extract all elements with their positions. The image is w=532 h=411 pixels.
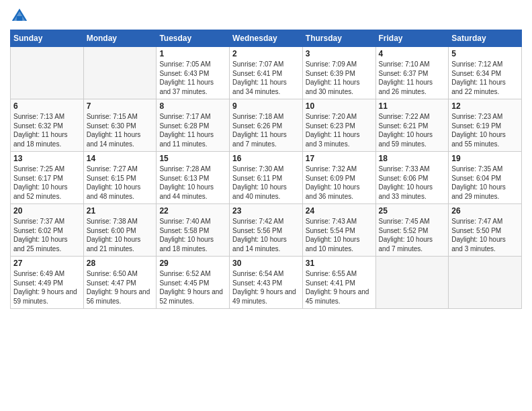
day-number: 1: [159, 49, 226, 58]
cell-info: Sunrise: 7:12 AMSunset: 6:34 PMDaylight:…: [451, 60, 519, 96]
calendar-cell: 26Sunrise: 7:47 AMSunset: 5:50 PMDayligh…: [449, 204, 522, 257]
day-number: 13: [13, 154, 81, 163]
day-number: 23: [232, 206, 300, 216]
calendar-cell: 10Sunrise: 7:20 AMSunset: 6:23 PMDayligh…: [302, 99, 375, 152]
calendar-cell: 22Sunrise: 7:40 AMSunset: 5:58 PMDayligh…: [157, 204, 230, 257]
cell-info: Sunrise: 7:32 AMSunset: 6:09 PMDaylight:…: [306, 165, 373, 201]
day-number: 18: [379, 154, 446, 163]
calendar-cell: 24Sunrise: 7:43 AMSunset: 5:54 PMDayligh…: [302, 204, 375, 257]
calendar-cell: [449, 257, 522, 309]
calendar-week-row-5: 27Sunrise: 6:49 AMSunset: 4:49 PMDayligh…: [11, 257, 522, 309]
calendar-cell: 4Sunrise: 7:10 AMSunset: 6:37 PMDaylight…: [375, 47, 449, 99]
logo-icon: [10, 7, 29, 26]
calendar-cell: 9Sunrise: 7:18 AMSunset: 6:26 PMDaylight…: [230, 99, 303, 152]
day-number: 19: [451, 154, 519, 163]
day-number: 8: [159, 101, 226, 111]
cell-info: Sunrise: 7:22 AMSunset: 6:21 PMDaylight:…: [379, 112, 446, 148]
calendar-cell: 1Sunrise: 7:05 AMSunset: 6:43 PMDaylight…: [157, 47, 230, 99]
day-number: 15: [159, 154, 226, 163]
calendar-cell: 11Sunrise: 7:22 AMSunset: 6:21 PMDayligh…: [375, 99, 449, 152]
weekday-header-friday: Friday: [375, 30, 449, 47]
calendar-week-row-2: 6Sunrise: 7:13 AMSunset: 6:32 PMDaylight…: [11, 99, 522, 152]
calendar-cell: 7Sunrise: 7:15 AMSunset: 6:30 PMDaylight…: [83, 99, 157, 152]
calendar-cell: [375, 257, 449, 309]
calendar-table: SundayMondayTuesdayWednesdayThursdayFrid…: [10, 30, 522, 309]
calendar-cell: 21Sunrise: 7:38 AMSunset: 6:00 PMDayligh…: [83, 204, 157, 257]
cell-info: Sunrise: 7:43 AMSunset: 5:54 PMDaylight:…: [306, 217, 373, 253]
weekday-header-monday: Monday: [83, 30, 157, 47]
calendar-cell: [11, 47, 84, 99]
cell-info: Sunrise: 7:05 AMSunset: 6:43 PMDaylight:…: [159, 60, 226, 96]
day-number: 28: [87, 259, 154, 268]
day-number: 17: [306, 154, 373, 163]
cell-info: Sunrise: 7:23 AMSunset: 6:19 PMDaylight:…: [451, 112, 519, 148]
day-number: 16: [232, 154, 300, 163]
weekday-header-row: SundayMondayTuesdayWednesdayThursdayFrid…: [11, 30, 522, 47]
weekday-header-sunday: Sunday: [11, 30, 84, 47]
cell-info: Sunrise: 7:25 AMSunset: 6:17 PMDaylight:…: [13, 165, 81, 201]
cell-info: Sunrise: 7:38 AMSunset: 6:00 PMDaylight:…: [87, 217, 154, 253]
cell-info: Sunrise: 7:28 AMSunset: 6:13 PMDaylight:…: [159, 165, 226, 201]
day-number: 27: [13, 259, 81, 268]
day-number: 5: [451, 49, 519, 58]
weekday-header-saturday: Saturday: [449, 30, 522, 47]
cell-info: Sunrise: 7:18 AMSunset: 6:26 PMDaylight:…: [232, 112, 300, 148]
day-number: 9: [232, 101, 300, 111]
day-number: 31: [306, 259, 373, 268]
calendar-cell: 29Sunrise: 6:52 AMSunset: 4:45 PMDayligh…: [157, 257, 230, 309]
cell-info: Sunrise: 6:54 AMSunset: 4:43 PMDaylight:…: [232, 269, 300, 306]
calendar-cell: 5Sunrise: 7:12 AMSunset: 6:34 PMDaylight…: [449, 47, 522, 99]
day-number: 10: [306, 101, 373, 111]
calendar-cell: 16Sunrise: 7:30 AMSunset: 6:11 PMDayligh…: [230, 152, 303, 204]
day-number: 22: [159, 206, 226, 216]
cell-info: Sunrise: 7:10 AMSunset: 6:37 PMDaylight:…: [379, 60, 446, 96]
day-number: 20: [13, 206, 81, 216]
calendar-cell: 18Sunrise: 7:33 AMSunset: 6:06 PMDayligh…: [375, 152, 449, 204]
day-number: 21: [87, 206, 154, 216]
weekday-header-tuesday: Tuesday: [157, 30, 230, 47]
day-number: 25: [379, 206, 446, 216]
calendar-cell: 15Sunrise: 7:28 AMSunset: 6:13 PMDayligh…: [157, 152, 230, 204]
day-number: 2: [232, 49, 300, 58]
day-number: 29: [159, 259, 226, 268]
day-number: 11: [379, 101, 446, 111]
cell-info: Sunrise: 6:50 AMSunset: 4:47 PMDaylight:…: [87, 269, 154, 306]
calendar-cell: 28Sunrise: 6:50 AMSunset: 4:47 PMDayligh…: [83, 257, 157, 309]
calendar-cell: 13Sunrise: 7:25 AMSunset: 6:17 PMDayligh…: [11, 152, 84, 204]
weekday-header-wednesday: Wednesday: [230, 30, 303, 47]
svg-rect-2: [17, 16, 22, 21]
day-number: 6: [13, 101, 81, 111]
cell-info: Sunrise: 7:40 AMSunset: 5:58 PMDaylight:…: [159, 217, 226, 253]
cell-info: Sunrise: 7:07 AMSunset: 6:41 PMDaylight:…: [232, 60, 300, 96]
cell-info: Sunrise: 7:37 AMSunset: 6:02 PMDaylight:…: [13, 217, 81, 253]
calendar-cell: 31Sunrise: 6:55 AMSunset: 4:41 PMDayligh…: [302, 257, 375, 309]
calendar-cell: 20Sunrise: 7:37 AMSunset: 6:02 PMDayligh…: [11, 204, 84, 257]
calendar-cell: 8Sunrise: 7:17 AMSunset: 6:28 PMDaylight…: [157, 99, 230, 152]
cell-info: Sunrise: 6:49 AMSunset: 4:49 PMDaylight:…: [13, 269, 81, 306]
calendar-cell: 6Sunrise: 7:13 AMSunset: 6:32 PMDaylight…: [11, 99, 84, 152]
day-number: 7: [87, 101, 154, 111]
weekday-header-thursday: Thursday: [302, 30, 375, 47]
calendar-week-row-1: 1Sunrise: 7:05 AMSunset: 6:43 PMDaylight…: [11, 47, 522, 99]
calendar-cell: 27Sunrise: 6:49 AMSunset: 4:49 PMDayligh…: [11, 257, 84, 309]
cell-info: Sunrise: 7:27 AMSunset: 6:15 PMDaylight:…: [87, 165, 154, 201]
day-number: 3: [306, 49, 373, 58]
header-row: [10, 7, 522, 26]
calendar-cell: 14Sunrise: 7:27 AMSunset: 6:15 PMDayligh…: [83, 152, 157, 204]
calendar-week-row-3: 13Sunrise: 7:25 AMSunset: 6:17 PMDayligh…: [11, 152, 522, 204]
cell-info: Sunrise: 7:30 AMSunset: 6:11 PMDaylight:…: [232, 165, 300, 201]
day-number: 12: [451, 101, 519, 111]
calendar-cell: 2Sunrise: 7:07 AMSunset: 6:41 PMDaylight…: [230, 47, 303, 99]
day-number: 24: [306, 206, 373, 216]
day-number: 14: [87, 154, 154, 163]
calendar-cell: [83, 47, 157, 99]
cell-info: Sunrise: 7:15 AMSunset: 6:30 PMDaylight:…: [87, 112, 154, 148]
day-number: 26: [451, 206, 519, 216]
cell-info: Sunrise: 7:17 AMSunset: 6:28 PMDaylight:…: [159, 112, 226, 148]
calendar-cell: 19Sunrise: 7:35 AMSunset: 6:04 PMDayligh…: [449, 152, 522, 204]
cell-info: Sunrise: 7:09 AMSunset: 6:39 PMDaylight:…: [306, 60, 373, 96]
cell-info: Sunrise: 7:47 AMSunset: 5:50 PMDaylight:…: [451, 217, 519, 253]
cell-info: Sunrise: 7:20 AMSunset: 6:23 PMDaylight:…: [306, 112, 373, 148]
calendar-week-row-4: 20Sunrise: 7:37 AMSunset: 6:02 PMDayligh…: [11, 204, 522, 257]
calendar-cell: 23Sunrise: 7:42 AMSunset: 5:56 PMDayligh…: [230, 204, 303, 257]
